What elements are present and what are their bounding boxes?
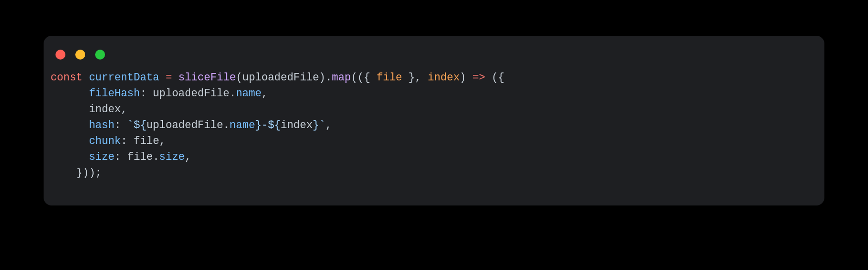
code-token-templ-punct: ${ <box>134 119 147 131</box>
code-token-prop: name <box>229 119 255 131</box>
code-token-punct: , <box>185 151 191 163</box>
code-token-param: index <box>428 71 460 83</box>
code-token-punct: })); <box>76 167 102 179</box>
code-token-prop: chunk <box>89 135 121 147</box>
code-token-plain <box>51 119 89 131</box>
code-token-plain: index <box>89 103 121 115</box>
code-token-plain <box>83 71 89 83</box>
minimize-icon[interactable] <box>75 50 85 60</box>
code-area: const currentData = sliceFile(uploadedFi… <box>44 61 824 181</box>
code-token-templ-punct: } <box>313 119 319 131</box>
code-token-operator: = <box>165 71 172 83</box>
code-token-punct: ). <box>319 71 332 83</box>
code-token-punct: }, <box>402 71 428 83</box>
code-token-punct: (({ <box>351 71 377 83</box>
code-token-templ-punct: } <box>255 119 262 131</box>
code-token-plain <box>51 151 89 163</box>
code-token-plain <box>51 135 89 147</box>
code-token-prop: name <box>236 87 262 99</box>
code-token-punct: : <box>114 119 127 131</box>
maximize-icon[interactable] <box>95 50 105 60</box>
code-token-punct: , <box>121 103 127 115</box>
code-token-punct: ( <box>236 71 242 83</box>
code-token-plain <box>51 167 76 179</box>
code-token-templ-punct: ${ <box>268 119 281 131</box>
code-token-punct: ) <box>460 71 473 83</box>
code-token-plain: index <box>281 119 313 131</box>
code-token-punct: : file. <box>114 151 159 163</box>
code-token-plain <box>51 103 89 115</box>
code-window: const currentData = sliceFile(uploadedFi… <box>44 36 824 205</box>
code-token-punct: . <box>223 119 229 131</box>
code-token-string: ` <box>127 119 134 131</box>
code-token-punct: , <box>262 87 268 99</box>
code-token-plain <box>159 71 165 83</box>
code-block[interactable]: const currentData = sliceFile(uploadedFi… <box>51 69 824 181</box>
code-token-string: - <box>262 119 268 131</box>
code-token-plain: uploadedFile <box>147 119 223 131</box>
code-token-prop: size <box>159 151 185 163</box>
code-token-var: currentData <box>89 71 159 83</box>
window-titlebar <box>44 36 824 61</box>
code-token-punct: ({ <box>485 71 504 83</box>
code-token-punct: , <box>326 119 332 131</box>
code-token-param: file <box>377 71 402 83</box>
code-token-punct: : uploadedFile. <box>140 87 236 99</box>
code-token-prop: hash <box>89 119 114 131</box>
code-token-plain <box>51 87 89 99</box>
code-token-prop: fileHash <box>89 87 140 99</box>
code-token-func: sliceFile <box>178 71 236 83</box>
close-icon[interactable] <box>55 50 65 60</box>
code-token-string: ` <box>319 119 326 131</box>
code-token-plain <box>172 71 178 83</box>
code-token-prop: size <box>89 151 114 163</box>
code-token-func: map <box>332 71 351 83</box>
code-token-arrow: => <box>473 71 486 83</box>
code-token-keyword: const <box>51 71 83 83</box>
code-token-punct: : file, <box>121 135 165 147</box>
code-token-plain: uploadedFile <box>242 71 319 83</box>
